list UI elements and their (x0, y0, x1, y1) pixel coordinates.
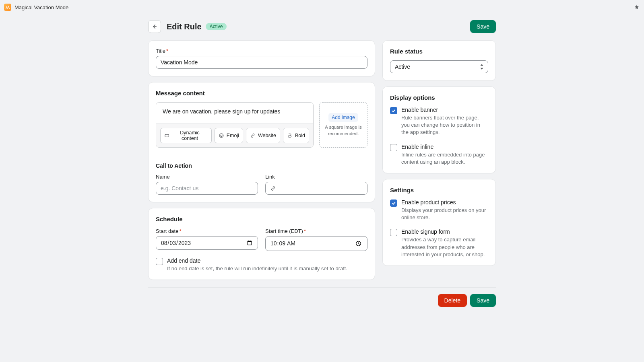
enable-signup-help: Provides a way to capture email addresse… (401, 236, 488, 258)
delete-button[interactable]: Delete (438, 294, 467, 307)
enable-prices-label[interactable]: Enable product prices (401, 199, 488, 206)
app-logo (4, 4, 11, 11)
rule-status-select[interactable]: Active (390, 60, 488, 73)
cta-link-field (265, 182, 367, 195)
start-date-input[interactable] (156, 236, 258, 250)
message-editor: We are on vacation, please sign up for u… (156, 102, 314, 148)
save-button-top[interactable]: Save (470, 20, 496, 33)
enable-inline-label[interactable]: Enable inline (401, 144, 488, 150)
title-label-text: Title (156, 48, 165, 54)
title-card: Title* (148, 40, 375, 76)
settings-heading: Settings (390, 187, 488, 193)
emoji-button[interactable]: Emoji (215, 128, 243, 143)
enable-signup-row: Enable signup form Provides a way to cap… (390, 228, 488, 258)
emoji-icon (219, 133, 224, 138)
settings-card: Settings Enable product prices Displays … (382, 179, 496, 266)
cta-link-input[interactable] (280, 182, 367, 194)
enable-prices-row: Enable product prices Displays your prod… (390, 199, 488, 221)
add-end-date-help: If no end date is set, the rule will run… (167, 265, 367, 272)
add-image-button[interactable]: Add image (328, 113, 358, 122)
website-button[interactable]: Website (246, 128, 280, 143)
message-textarea[interactable]: We are on vacation, please sign up for u… (156, 103, 313, 123)
start-date-label-text: Start date (156, 228, 178, 234)
cta-link-label: Link (265, 174, 367, 180)
footer-actions: Delete Save (148, 287, 496, 307)
add-end-date-label[interactable]: Add end date (167, 257, 367, 264)
bold-label: Bold (295, 133, 305, 138)
enable-prices-checkbox[interactable] (390, 200, 397, 207)
cta-name-input[interactable] (156, 182, 258, 195)
start-time-label-text: Start time (EDT) (265, 228, 303, 234)
title-input[interactable] (156, 56, 367, 69)
required-indicator: * (304, 228, 306, 234)
pin-icon (634, 4, 640, 10)
svg-point-1 (219, 134, 223, 138)
right-column: Rule status Active Display options Enabl (382, 40, 496, 266)
save-button-bottom[interactable]: Save (470, 294, 496, 307)
required-indicator: * (179, 228, 181, 234)
bold-icon (287, 133, 293, 138)
enable-inline-row: Enable inline Inline rules are embedded … (390, 144, 488, 166)
image-dropzone[interactable]: Add image A square image is recommended. (319, 102, 367, 148)
schedule-card: Schedule Start date* Start time (EDT)* (148, 208, 375, 280)
emoji-label: Emoji (227, 133, 239, 138)
svg-point-2 (220, 135, 221, 135)
website-label: Website (258, 133, 276, 138)
cta-name-label: Name (156, 174, 258, 180)
page-header: Edit Rule Active Save (148, 20, 496, 33)
enable-signup-checkbox[interactable] (390, 229, 397, 236)
page-title: Edit Rule (167, 22, 202, 31)
svg-rect-0 (165, 134, 169, 137)
rule-status-card: Rule status Active (382, 40, 496, 81)
image-hint: A square image is recommended. (323, 124, 364, 137)
rule-status-heading: Rule status (390, 48, 488, 55)
start-date-label: Start date* (156, 228, 258, 234)
add-end-date-row: Add end date If no end date is set, the … (156, 257, 367, 272)
start-time-label: Start time (EDT)* (265, 228, 367, 234)
message-heading: Message content (156, 90, 367, 97)
display-options-card: Display options Enable banner Rule banne… (382, 86, 496, 173)
check-icon (391, 201, 396, 206)
back-button[interactable] (148, 20, 161, 33)
enable-inline-help: Inline rules are embedded into page cont… (401, 151, 488, 166)
link-icon (250, 133, 256, 138)
start-time-input[interactable] (265, 236, 367, 251)
svg-point-3 (222, 135, 222, 135)
enable-signup-label[interactable]: Enable signup form (401, 228, 488, 235)
enable-inline-checkbox[interactable] (390, 144, 397, 151)
app-name: Magical Vacation Mode (14, 4, 68, 10)
display-options-heading: Display options (390, 94, 488, 101)
enable-banner-row: Enable banner Rule banners float over th… (390, 107, 488, 136)
add-end-date-checkbox[interactable] (156, 258, 163, 265)
enable-prices-help: Displays your product prices on your onl… (401, 207, 488, 221)
title-label: Title* (156, 48, 367, 54)
required-indicator: * (166, 48, 168, 54)
message-content-card: Message content We are on vacation, plea… (148, 82, 375, 202)
enable-banner-help: Rule banners float over the page, you ca… (401, 114, 488, 136)
app-topbar: Magical Vacation Mode (0, 0, 644, 14)
cta-heading: Call to Action (156, 162, 367, 169)
check-icon (391, 108, 396, 113)
dynamic-icon (164, 133, 169, 138)
pin-button[interactable] (632, 2, 642, 12)
status-badge: Active (206, 23, 227, 30)
left-column: Title* Message content We are on vacatio… (148, 40, 375, 280)
schedule-heading: Schedule (156, 216, 367, 222)
cta-section: Call to Action Name Link (149, 155, 375, 202)
enable-banner-label[interactable]: Enable banner (401, 107, 488, 113)
editor-toolbar: Dynamic content Emoji Website (156, 123, 313, 147)
dynamic-content-button[interactable]: Dynamic content (160, 128, 212, 143)
dynamic-content-label: Dynamic content (172, 130, 207, 141)
link-prefix-icon (266, 185, 280, 191)
arrow-left-icon (151, 23, 158, 30)
bold-button[interactable]: Bold (283, 128, 309, 143)
enable-banner-checkbox[interactable] (390, 107, 397, 114)
